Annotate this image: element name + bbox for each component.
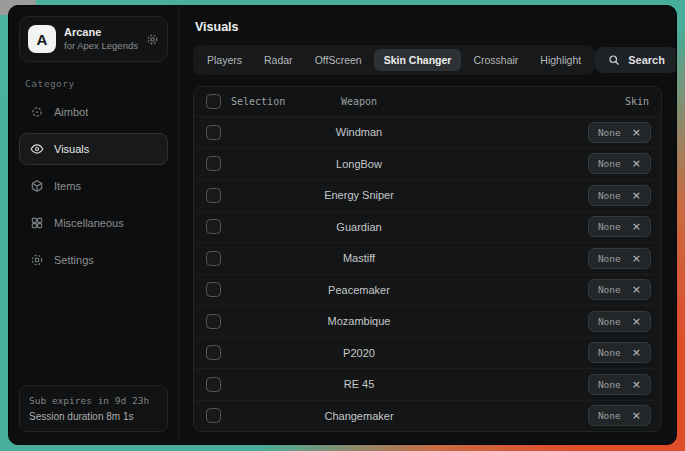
- app-logo: A: [28, 25, 56, 53]
- skin-select-badge[interactable]: None ×: [588, 122, 651, 143]
- weapon-name: LongBow: [284, 158, 434, 170]
- column-header-weapon: Weapon: [284, 96, 434, 107]
- sidebar-item-label: Miscellaneous: [54, 217, 124, 229]
- skin-select-badge[interactable]: None ×: [588, 216, 651, 237]
- sidebar-nav: Aimbot Visuals Items: [19, 96, 168, 276]
- skin-select-badge[interactable]: None ×: [588, 374, 651, 395]
- clear-skin-icon[interactable]: ×: [632, 158, 641, 169]
- sidebar-item-settings[interactable]: Settings: [19, 244, 168, 276]
- skin-select-badge[interactable]: None ×: [588, 185, 651, 206]
- app-window: A Arcane for Apex Legends Category: [8, 5, 677, 445]
- search-button[interactable]: Search: [595, 47, 677, 73]
- tab-crosshair[interactable]: Crosshair: [463, 49, 528, 71]
- table-row: Mozambique None ×: [194, 306, 661, 338]
- skin-value: None: [598, 221, 621, 232]
- page-title: Visuals: [195, 20, 662, 34]
- clear-skin-icon[interactable]: ×: [632, 284, 641, 295]
- row-checkbox[interactable]: [206, 377, 221, 392]
- sidebar-item-label: Settings: [54, 254, 94, 266]
- eye-icon: [30, 142, 44, 156]
- table-row: Guardian None ×: [194, 212, 661, 244]
- weapon-name: Changemaker: [284, 410, 434, 422]
- table-row: Energy Sniper None ×: [194, 180, 661, 212]
- weapon-name: Guardian: [284, 221, 434, 233]
- skin-value: None: [598, 410, 621, 421]
- weapon-name: P2020: [284, 347, 434, 359]
- sidebar-item-miscellaneous[interactable]: Miscellaneous: [19, 207, 168, 239]
- brand-name: Arcane: [64, 26, 138, 40]
- clear-skin-icon[interactable]: ×: [632, 347, 641, 358]
- tab-bar: Players Radar OffScreen Skin Changer Cro…: [193, 45, 595, 75]
- table-header: Selection Weapon Skin: [194, 87, 661, 117]
- clear-skin-icon[interactable]: ×: [632, 127, 641, 138]
- table-row: P2020 None ×: [194, 338, 661, 370]
- brand-text: Arcane for Apex Legends: [64, 26, 138, 52]
- gear-icon[interactable]: [146, 33, 159, 46]
- row-checkbox[interactable]: [206, 251, 221, 266]
- gear-icon: [30, 253, 44, 267]
- weapon-name: Mastiff: [284, 252, 434, 264]
- clear-skin-icon[interactable]: ×: [632, 410, 641, 421]
- crosshair-icon: [30, 105, 44, 119]
- tab-skin-changer[interactable]: Skin Changer: [374, 49, 462, 71]
- skin-value: None: [598, 284, 621, 295]
- toolbar: Players Radar OffScreen Skin Changer Cro…: [193, 45, 662, 75]
- select-all-checkbox[interactable]: [206, 94, 221, 109]
- row-checkbox[interactable]: [206, 282, 221, 297]
- search-button-label: Search: [628, 54, 665, 66]
- column-header-skin: Skin: [625, 96, 649, 107]
- clear-skin-icon[interactable]: ×: [632, 221, 641, 232]
- clear-skin-icon[interactable]: ×: [632, 316, 641, 327]
- brand-subtitle: for Apex Legends: [64, 40, 138, 52]
- clear-skin-icon[interactable]: ×: [632, 190, 641, 201]
- table-row: LongBow None ×: [194, 149, 661, 181]
- subscription-box: Sub expires in 9d 23h Session duration 8…: [19, 385, 168, 432]
- skin-value: None: [598, 190, 621, 201]
- skin-select-badge[interactable]: None ×: [588, 311, 651, 332]
- tab-radar[interactable]: Radar: [254, 49, 303, 71]
- sidebar-item-label: Items: [54, 180, 81, 192]
- sidebar: A Arcane for Apex Legends Category: [9, 6, 179, 444]
- sidebar-item-label: Aimbot: [54, 106, 88, 118]
- weapon-name: Mozambique: [284, 315, 434, 327]
- tab-offscreen[interactable]: OffScreen: [305, 49, 372, 71]
- skin-value: None: [598, 158, 621, 169]
- tab-highlight[interactable]: Highlight: [530, 49, 591, 71]
- skin-value: None: [598, 316, 621, 327]
- session-duration-text: Session duration 8m 1s: [29, 411, 158, 422]
- row-checkbox[interactable]: [206, 219, 221, 234]
- sidebar-item-visuals[interactable]: Visuals: [19, 133, 168, 165]
- skin-value: None: [598, 379, 621, 390]
- table-row: Windman None ×: [194, 117, 661, 149]
- skin-select-badge[interactable]: None ×: [588, 405, 651, 426]
- table-row: Mastiff None ×: [194, 243, 661, 275]
- main-panel: Visuals Players Radar OffScreen Skin Cha…: [179, 6, 676, 444]
- skin-select-badge[interactable]: None ×: [588, 248, 651, 269]
- tab-players[interactable]: Players: [197, 49, 252, 71]
- table-body: Windman None × LongBow None × Energy Sni…: [194, 117, 661, 431]
- skin-select-badge[interactable]: None ×: [588, 153, 651, 174]
- row-checkbox[interactable]: [206, 188, 221, 203]
- row-checkbox[interactable]: [206, 408, 221, 423]
- clear-skin-icon[interactable]: ×: [632, 379, 641, 390]
- category-label: Category: [25, 78, 164, 89]
- row-checkbox[interactable]: [206, 314, 221, 329]
- sidebar-item-aimbot[interactable]: Aimbot: [19, 96, 168, 128]
- cube-icon: [30, 179, 44, 193]
- brand-box: A Arcane for Apex Legends: [19, 16, 168, 62]
- table-row: RE 45 None ×: [194, 369, 661, 401]
- skin-select-badge[interactable]: None ×: [588, 342, 651, 363]
- skin-value: None: [598, 347, 621, 358]
- skin-select-badge[interactable]: None ×: [588, 279, 651, 300]
- weapon-name: Energy Sniper: [284, 189, 434, 201]
- weapon-name: RE 45: [284, 378, 434, 390]
- grid-icon: [30, 216, 44, 230]
- row-checkbox[interactable]: [206, 156, 221, 171]
- search-icon: [608, 54, 620, 66]
- skin-value: None: [598, 253, 621, 264]
- skin-table: Selection Weapon Skin Windman None × Lon…: [193, 86, 662, 432]
- clear-skin-icon[interactable]: ×: [632, 253, 641, 264]
- sidebar-item-items[interactable]: Items: [19, 170, 168, 202]
- row-checkbox[interactable]: [206, 125, 221, 140]
- row-checkbox[interactable]: [206, 345, 221, 360]
